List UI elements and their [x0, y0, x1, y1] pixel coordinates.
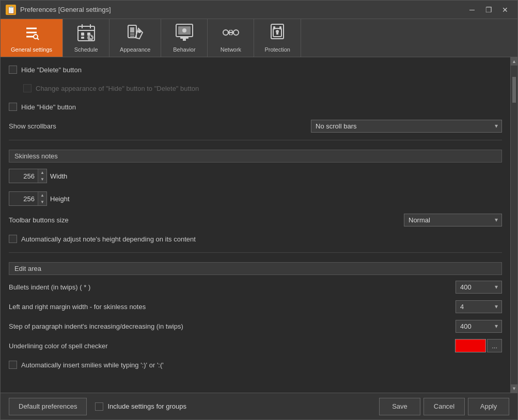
- scrollbars-dropdown-wrap: No scroll bars Always show Auto: [311, 120, 502, 133]
- toolbar-size-dropdown-wrap: Normal Small Large: [404, 214, 502, 227]
- bottom-spacer: [9, 376, 502, 386]
- hide-hide-label[interactable]: Hide "Hide" button: [9, 103, 76, 111]
- margin-width-label: Left and right margin width - for skinle…: [9, 303, 456, 311]
- window-title: Preferences [General settings]: [20, 6, 465, 13]
- preferences-window: 📋 Preferences [General settings] ─ ❐ ✕ G…: [0, 0, 518, 420]
- svg-rect-24: [180, 37, 189, 39]
- save-button[interactable]: Save: [379, 398, 420, 415]
- protection-icon: [268, 23, 287, 44]
- height-spinbox: ▲ ▼: [9, 191, 47, 206]
- include-settings-checkbox[interactable]: [95, 402, 103, 411]
- tab-behavior[interactable]: Behavior: [161, 19, 208, 57]
- default-preferences-button[interactable]: Default preferences: [9, 398, 87, 415]
- tabs-bar: General settings Schedule: [1, 19, 517, 57]
- window-controls: ─ ❐ ✕: [465, 4, 512, 15]
- paragraph-indent-label: Step of paragraph indent's increasing/de…: [9, 322, 456, 330]
- tab-general[interactable]: General settings: [1, 19, 63, 57]
- auto-adjust-label[interactable]: Automatically adjust note's height depen…: [9, 235, 196, 243]
- svg-point-23: [182, 28, 186, 33]
- height-row: ▲ ▼ Height: [9, 189, 502, 208]
- app-icon: 📋: [6, 5, 16, 15]
- appearance-icon: [126, 23, 145, 44]
- cancel-button[interactable]: Cancel: [423, 398, 465, 415]
- settings-panel: Hide "Delete" button Change appearance o…: [1, 57, 510, 393]
- margin-width-dropdown-wrap: 4 2 6 8: [456, 300, 502, 313]
- close-button[interactable]: ✕: [498, 4, 512, 15]
- margin-width-dropdown[interactable]: 4 2 6 8: [456, 300, 502, 313]
- bullets-indent-label: Bullets indent (in twips) ( * ): [9, 283, 456, 291]
- svg-rect-17: [130, 27, 134, 33]
- tab-network[interactable]: Network: [208, 19, 254, 57]
- scrollbars-dropdown[interactable]: No scroll bars Always show Auto: [311, 120, 502, 133]
- apply-button[interactable]: Apply: [468, 398, 509, 415]
- scroll-thumb[interactable]: [512, 77, 516, 103]
- bullets-indent-row: Bullets indent (in twips) ( * ) 400 200 …: [9, 279, 502, 295]
- spell-checker-color-row: Underlining color of spell checker ...: [9, 338, 502, 353]
- scrollbar[interactable]: ▲ ▼: [510, 57, 517, 393]
- width-row: ▲ ▼ Width: [9, 167, 502, 185]
- footer-right: Save Cancel Apply: [379, 398, 509, 415]
- scroll-down-btn[interactable]: ▼: [511, 384, 517, 393]
- toolbar-size-label: Toolbar buttons size: [9, 216, 404, 224]
- svg-rect-10: [81, 33, 84, 36]
- auto-smilies-label[interactable]: Automatically insert smilies while typin…: [9, 361, 164, 369]
- tab-general-label: General settings: [11, 46, 52, 53]
- height-increment-btn[interactable]: ▲: [38, 192, 46, 199]
- svg-rect-33: [273, 26, 275, 29]
- color-control: ...: [455, 339, 502, 352]
- schedule-icon: [77, 23, 96, 44]
- paragraph-indent-dropdown[interactable]: 400 200 600 800: [456, 320, 502, 333]
- width-increment-btn[interactable]: ▲: [38, 169, 46, 176]
- svg-rect-18: [130, 34, 134, 35]
- svg-rect-19: [130, 36, 134, 37]
- scroll-track: [511, 66, 517, 384]
- edit-area-header: Edit area: [9, 262, 502, 275]
- change-appearance-row: Change appearance of "Hide" button to "D…: [9, 81, 502, 95]
- svg-point-20: [138, 30, 141, 33]
- hide-delete-checkbox[interactable]: [9, 66, 17, 74]
- tab-schedule[interactable]: Schedule: [63, 19, 109, 57]
- hide-hide-checkbox[interactable]: [9, 103, 17, 111]
- paragraph-indent-dropdown-wrap: 400 200 600 800: [456, 320, 502, 333]
- tab-protection[interactable]: Protection: [254, 19, 301, 57]
- color-picker-button[interactable]: ...: [487, 339, 502, 352]
- svg-rect-12: [81, 37, 84, 39]
- hide-delete-row: Hide "Delete" button: [9, 62, 502, 77]
- width-input[interactable]: [9, 169, 38, 183]
- skinless-notes-header: Skinless notes: [9, 150, 502, 163]
- width-spinbox: ▲ ▼: [9, 169, 47, 183]
- network-icon: [222, 23, 240, 44]
- auto-smilies-checkbox[interactable]: [9, 361, 17, 369]
- minimize-button[interactable]: ─: [465, 4, 479, 15]
- svg-rect-25: [183, 39, 186, 41]
- footer: Default preferences Include settings for…: [1, 393, 517, 419]
- scroll-up-btn[interactable]: ▲: [511, 57, 517, 66]
- paragraph-indent-row: Step of paragraph indent's increasing/de…: [9, 318, 502, 334]
- toolbar-size-dropdown[interactable]: Normal Small Large: [404, 214, 502, 227]
- change-appearance-label: Change appearance of "Hide" button to "D…: [23, 84, 199, 92]
- height-input[interactable]: [9, 192, 38, 205]
- tab-protection-label: Protection: [264, 46, 290, 53]
- tab-network-label: Network: [221, 46, 241, 53]
- content-area: Hide "Delete" button Change appearance o…: [1, 57, 517, 393]
- show-scrollbars-row: Show scrollbars No scroll bars Always sh…: [9, 118, 502, 134]
- auto-adjust-checkbox[interactable]: [9, 235, 17, 243]
- restore-button[interactable]: ❐: [481, 4, 496, 15]
- svg-point-26: [223, 30, 228, 35]
- behavior-icon: [175, 23, 194, 44]
- divider-2: [9, 252, 502, 253]
- width-decrement-btn[interactable]: ▼: [38, 176, 46, 183]
- general-icon: [22, 23, 41, 44]
- hide-hide-row: Hide "Hide" button: [9, 100, 502, 114]
- change-appearance-checkbox[interactable]: [23, 84, 32, 92]
- bullets-indent-dropdown-wrap: 400 200 600 800: [456, 281, 502, 294]
- tab-schedule-label: Schedule: [74, 46, 98, 53]
- tab-appearance[interactable]: Appearance: [109, 19, 161, 57]
- footer-left: Default preferences Include settings for…: [9, 398, 375, 415]
- svg-point-27: [233, 30, 239, 35]
- spell-checker-color-swatch[interactable]: [455, 339, 486, 352]
- height-decrement-btn[interactable]: ▼: [38, 199, 46, 205]
- tab-behavior-label: Behavior: [173, 46, 195, 53]
- hide-delete-label[interactable]: Hide "Delete" button: [9, 66, 82, 74]
- bullets-indent-dropdown[interactable]: 400 200 600 800: [456, 281, 502, 294]
